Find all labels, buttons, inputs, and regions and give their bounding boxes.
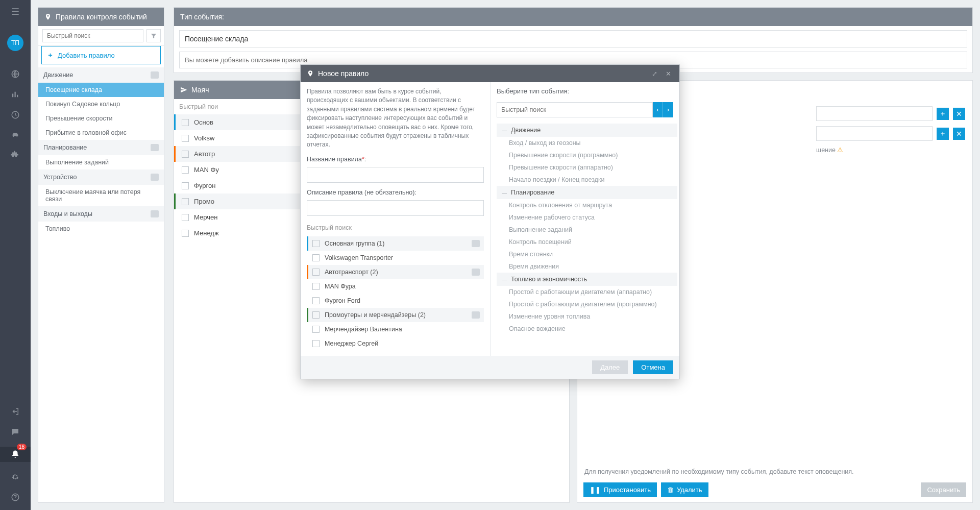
clock-icon[interactable] xyxy=(11,109,20,120)
event-option[interactable]: Время стоянки xyxy=(497,248,677,260)
notification-field-2[interactable] xyxy=(816,126,933,141)
filter-icon[interactable] xyxy=(146,29,161,42)
event-option[interactable]: Простой с работающим двигателем (аппарат… xyxy=(497,286,677,298)
cancel-button[interactable]: Отмена xyxy=(633,360,673,374)
chat-icon xyxy=(151,71,159,79)
rule-group-header[interactable]: Планирование xyxy=(38,140,164,155)
puzzle-icon[interactable] xyxy=(11,149,20,160)
checkbox[interactable] xyxy=(312,340,320,347)
remove-notification-button[interactable]: ✕ xyxy=(953,108,965,120)
checkbox[interactable] xyxy=(312,297,320,304)
object-group[interactable]: Основная группа (1) xyxy=(307,236,484,251)
rule-item[interactable]: Выполнение заданий xyxy=(38,155,164,169)
checkbox[interactable] xyxy=(312,283,320,290)
checkbox[interactable] xyxy=(182,119,189,126)
event-group-header[interactable]: —Планирование xyxy=(497,186,677,199)
exit-icon[interactable] xyxy=(11,406,20,417)
menu-toggle-icon[interactable]: ☰ xyxy=(11,6,19,17)
close-icon[interactable]: ✕ xyxy=(664,70,673,78)
event-option[interactable]: Контроль отклонения от маршрута xyxy=(497,199,677,211)
checkbox[interactable] xyxy=(182,230,189,237)
checkbox[interactable] xyxy=(312,254,320,261)
event-group-header[interactable]: —Движение xyxy=(497,124,677,137)
rule-group-header[interactable]: Входы и выходы xyxy=(38,206,164,222)
remove-notification-button-2[interactable]: ✕ xyxy=(953,128,965,140)
notif-small-label: щение xyxy=(816,147,836,154)
notification-badge: 16 xyxy=(17,444,27,450)
svg-rect-1 xyxy=(12,94,13,98)
event-option[interactable]: Изменение рабочего статуса xyxy=(497,211,677,224)
event-next-button[interactable]: › xyxy=(663,102,673,117)
rule-item[interactable]: Превышение скорости xyxy=(38,111,164,126)
warning-icon: ⚠ xyxy=(837,147,843,154)
rule-name-input[interactable] xyxy=(307,167,484,183)
expand-icon[interactable]: ⤢ xyxy=(650,70,659,78)
event-option[interactable]: Превышение скорости (аппаратно) xyxy=(497,161,677,174)
rule-item[interactable]: Прибытие в головной офис xyxy=(38,126,164,140)
event-option[interactable]: Простой с работающим двигателем (програм… xyxy=(497,298,677,310)
checkbox[interactable] xyxy=(312,240,320,247)
bell-icon[interactable]: 16 xyxy=(0,447,31,462)
rule-group-header[interactable]: Устройство xyxy=(38,169,164,185)
object-item[interactable]: Мерчендайзер Валентина xyxy=(307,322,484,336)
rules-search-input[interactable] xyxy=(42,29,143,42)
event-option[interactable]: Опасное вождение xyxy=(497,323,677,333)
event-option[interactable]: Контроль посещений xyxy=(497,236,677,248)
globe-icon[interactable] xyxy=(11,68,20,80)
add-notification-button-2[interactable]: ＋ xyxy=(937,128,949,140)
object-item[interactable]: Менеджер Сергей xyxy=(307,336,484,351)
event-option[interactable]: Изменение уровня топлива xyxy=(497,310,677,323)
checkbox[interactable] xyxy=(312,269,320,276)
event-option[interactable]: Время движения xyxy=(497,260,677,273)
add-notification-button[interactable]: ＋ xyxy=(937,108,949,120)
checkbox[interactable] xyxy=(182,135,189,142)
modal-objects-search[interactable]: Быстрый поиск xyxy=(307,224,484,231)
chat-icon xyxy=(472,240,480,247)
checkbox[interactable] xyxy=(182,198,189,205)
chat-icon[interactable] xyxy=(11,426,20,438)
add-rule-button[interactable]: ＋ Добавить правило xyxy=(41,46,161,64)
chat-icon xyxy=(151,144,159,151)
checkbox[interactable] xyxy=(312,311,320,319)
pause-label: Приостановить xyxy=(604,486,651,494)
pause-button[interactable]: ❚❚Приостановить xyxy=(583,482,657,497)
rule-item[interactable]: Выключение маячка или потеря связи xyxy=(38,185,164,206)
checkbox[interactable] xyxy=(182,166,189,174)
rule-item[interactable]: Посещение склада xyxy=(38,83,164,97)
checkbox[interactable] xyxy=(182,182,189,189)
rule-group-header[interactable]: Движение xyxy=(38,67,164,83)
next-button[interactable]: Далее xyxy=(592,360,628,374)
checkbox[interactable] xyxy=(182,151,189,158)
event-search-input[interactable] xyxy=(497,102,653,117)
checkbox[interactable] xyxy=(312,326,320,333)
delete-button[interactable]: 🗑Удалить xyxy=(661,482,708,497)
event-group-header[interactable]: —Топливо и экономичность xyxy=(497,273,677,286)
checkbox[interactable] xyxy=(182,214,189,221)
send-icon xyxy=(180,86,187,93)
object-item[interactable]: Фургон Ford xyxy=(307,294,484,308)
object-group[interactable]: Промоутеры и мерчендайзеры (2) xyxy=(307,308,484,322)
gear-icon[interactable] xyxy=(11,471,20,482)
object-item[interactable]: Volkswagen Transporter xyxy=(307,251,484,265)
object-item[interactable]: MAN Фура xyxy=(307,279,484,294)
chart-icon[interactable] xyxy=(11,89,20,100)
pause-icon: ❚❚ xyxy=(590,486,601,494)
rule-desc-input[interactable] xyxy=(307,200,484,216)
plus-icon: ＋ xyxy=(47,51,54,60)
left-rail: ☰ ТП 16 xyxy=(0,0,31,510)
event-option[interactable]: Выполнение заданий xyxy=(497,224,677,236)
event-option[interactable]: Превышение скорости (программно) xyxy=(497,149,677,161)
notification-field-1[interactable] xyxy=(816,106,933,121)
rule-item[interactable]: Топливо xyxy=(38,222,164,236)
avatar[interactable]: ТП xyxy=(7,35,23,51)
object-group[interactable]: Автотранспорт (2) xyxy=(307,265,484,279)
car-icon[interactable] xyxy=(11,130,20,140)
help-icon[interactable] xyxy=(11,492,20,503)
event-option[interactable]: Вход / выход из геозоны xyxy=(497,137,677,149)
save-button[interactable]: Сохранить xyxy=(921,482,966,497)
rules-panel: Правила контроля событий ＋ Добавить прав… xyxy=(38,7,164,503)
rule-item[interactable]: Покинул Садовое кольцо xyxy=(38,97,164,111)
event-prev-button[interactable]: ‹ xyxy=(653,102,663,117)
event-type-input[interactable] xyxy=(179,30,967,47)
event-option[interactable]: Начало поездки / Конец поездки xyxy=(497,174,677,186)
